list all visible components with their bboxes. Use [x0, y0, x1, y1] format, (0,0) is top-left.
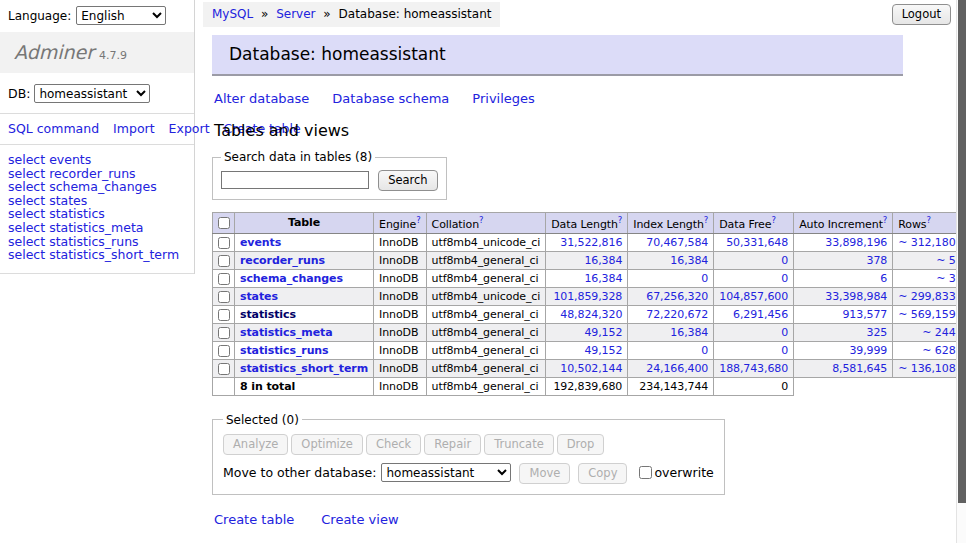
import-link[interactable]: Import: [113, 121, 155, 136]
data-length-link[interactable]: 49,152: [584, 344, 622, 357]
rows-count-link[interactable]: ~ 312,180: [898, 236, 955, 249]
index-length-link[interactable]: 70,467,584: [646, 236, 708, 249]
select-all-checkbox[interactable]: [218, 217, 230, 229]
analyze-button[interactable]: Analyze: [223, 434, 288, 455]
data-length-link[interactable]: 101,859,328: [553, 290, 622, 303]
data-free-link[interactable]: 0: [781, 272, 788, 285]
db-select[interactable]: homeassistant: [34, 84, 150, 103]
row-checkbox[interactable]: [218, 273, 230, 285]
rows-cell: ~ 299,833: [893, 287, 961, 305]
scrollbar-thumb[interactable]: [958, 0, 966, 503]
rows-count-link[interactable]: ~ 569,159: [898, 308, 955, 321]
auto-increment-link[interactable]: 378: [867, 254, 888, 267]
rows-cell: ~ 3: [893, 269, 961, 287]
column-help-link[interactable]: ?: [479, 215, 483, 225]
row-checkbox[interactable]: [218, 309, 230, 321]
auto-increment-link[interactable]: 913,577: [842, 308, 887, 321]
index-length-link[interactable]: 67,256,320: [646, 290, 708, 303]
column-help-link[interactable]: ?: [883, 215, 887, 225]
data-free-link[interactable]: 0: [781, 344, 788, 357]
data-free-link[interactable]: 188,743,680: [719, 362, 788, 375]
sidebar-select-link[interactable]: select: [8, 247, 45, 262]
row-checkbox[interactable]: [218, 327, 230, 339]
auto-increment-link[interactable]: 8,581,645: [832, 362, 887, 375]
index-length-link[interactable]: 24,166,400: [646, 362, 708, 375]
database-schema-link[interactable]: Database schema: [332, 91, 449, 106]
auto-increment-link[interactable]: 33,398,984: [825, 290, 887, 303]
search-button[interactable]: Search: [378, 170, 438, 191]
table-name-link[interactable]: statistics_runs: [240, 344, 329, 357]
column-help-link[interactable]: ?: [416, 215, 420, 225]
auto_increment-cell: 325: [794, 323, 893, 341]
search-input[interactable]: [221, 171, 369, 189]
auto-increment-link[interactable]: 325: [867, 326, 888, 339]
row-checkbox[interactable]: [218, 345, 230, 357]
rows-count-link[interactable]: ~ 3: [936, 272, 955, 285]
auto-increment-link[interactable]: 6: [880, 272, 887, 285]
drop-button[interactable]: Drop: [557, 434, 605, 455]
vertical-scrollbar[interactable]: [956, 0, 966, 543]
copy-button[interactable]: Copy: [578, 463, 627, 484]
data-free-link[interactable]: 0: [781, 254, 788, 267]
index-length-link[interactable]: 16,384: [670, 326, 708, 339]
table-name-link[interactable]: schema_changes: [240, 272, 343, 285]
logout-button[interactable]: Logout: [892, 4, 951, 25]
column-help-link[interactable]: ?: [926, 215, 930, 225]
sidebar-table-link[interactable]: statistics_short_term: [49, 247, 179, 262]
create-view-link[interactable]: Create view: [321, 512, 398, 527]
row-checkbox[interactable]: [218, 291, 230, 303]
index-length-link[interactable]: 16,384: [670, 254, 708, 267]
data-free-link[interactable]: 50,331,648: [726, 236, 788, 249]
check-button[interactable]: Check: [366, 434, 421, 455]
move-button[interactable]: Move: [519, 463, 570, 484]
table-name-link[interactable]: events: [240, 236, 281, 249]
column-help-link[interactable]: ?: [771, 215, 775, 225]
privileges-link[interactable]: Privileges: [472, 91, 535, 106]
data-free-link[interactable]: 0: [781, 326, 788, 339]
data-length-link[interactable]: 31,522,816: [560, 236, 622, 249]
index_length-cell: 67,256,320: [628, 287, 714, 305]
overwrite-checkbox[interactable]: [639, 466, 652, 479]
data-length-link[interactable]: 10,502,144: [560, 362, 622, 375]
row-checkbox[interactable]: [218, 363, 230, 375]
data-length-link[interactable]: 48,824,320: [560, 308, 622, 321]
data-length-link[interactable]: 16,384: [584, 254, 622, 267]
row-checkbox[interactable]: [218, 255, 230, 267]
language-select[interactable]: English: [76, 6, 166, 25]
index-length-link[interactable]: 0: [701, 344, 708, 357]
breadcrumb-link[interactable]: MySQL: [212, 7, 253, 21]
table-name-link[interactable]: statistics_meta: [240, 326, 333, 339]
data-free-link[interactable]: 6,291,456: [733, 308, 788, 321]
table-name-link[interactable]: statistics_short_term: [240, 362, 368, 375]
sql-command-link[interactable]: SQL command: [8, 121, 99, 136]
data-length-link[interactable]: 49,152: [584, 326, 622, 339]
truncate-button[interactable]: Truncate: [484, 434, 554, 455]
index_length-cell: 24,166,400: [628, 359, 714, 377]
data-free-link[interactable]: 104,857,600: [719, 290, 788, 303]
repair-button[interactable]: Repair: [424, 434, 481, 455]
rows-count-link[interactable]: ~ 244: [922, 326, 955, 339]
data-length-link[interactable]: 16,384: [584, 272, 622, 285]
export-link[interactable]: Export: [169, 121, 210, 136]
auto-increment-link[interactable]: 33,898,196: [825, 236, 887, 249]
move-database-select[interactable]: homeassistant: [381, 463, 511, 482]
language-label: Language:: [8, 9, 71, 23]
breadcrumb-link[interactable]: Server: [276, 7, 315, 21]
rows-count-link[interactable]: ~ 5: [936, 254, 955, 267]
auto-increment-link[interactable]: 39,999: [849, 344, 887, 357]
table-name-link[interactable]: statistics: [240, 308, 296, 321]
alter-database-link[interactable]: Alter database: [214, 91, 309, 106]
create-table-link[interactable]: Create table: [214, 512, 294, 527]
row-checkbox[interactable]: [218, 237, 230, 249]
rows-count-link[interactable]: ~ 136,108: [898, 362, 955, 375]
table-name-link[interactable]: recorder_runs: [240, 254, 325, 267]
optimize-button[interactable]: Optimize: [291, 434, 363, 455]
table-name-link[interactable]: states: [240, 290, 278, 303]
rows-count-link[interactable]: ~ 628: [922, 344, 955, 357]
index-length-link[interactable]: 0: [701, 272, 708, 285]
rows-count-link[interactable]: ~ 299,833: [898, 290, 955, 303]
auto_increment-cell: 33,398,984: [794, 287, 893, 305]
column-help-link[interactable]: ?: [618, 215, 622, 225]
column-help-link[interactable]: ?: [704, 215, 708, 225]
index-length-link[interactable]: 72,220,672: [646, 308, 708, 321]
